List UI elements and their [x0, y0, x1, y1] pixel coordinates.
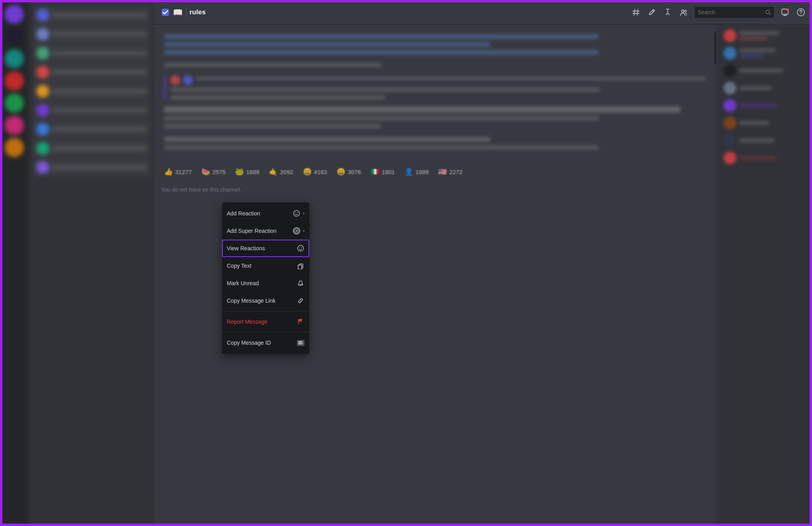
- menu-item-copy-text[interactable]: Copy Text: [222, 257, 309, 275]
- scrollbar-thumb[interactable]: [714, 33, 716, 64]
- smiley-icon: [297, 244, 304, 252]
- blurred-line: [164, 42, 490, 47]
- server-icon-1[interactable]: [5, 5, 24, 24]
- reaction-item-5: 😄 4183: [303, 167, 327, 176]
- link-icon: [297, 297, 304, 305]
- channel-text: [52, 32, 147, 36]
- menu-item-label-add-super-reaction: Add Super Reaction: [227, 228, 276, 234]
- reaction-emoji-1: 👍: [164, 167, 173, 176]
- right-text: [739, 31, 779, 35]
- right-text: [739, 138, 774, 142]
- menu-item-label-copy-message-id: Copy Message ID: [227, 340, 271, 346]
- blurred-line: [196, 77, 706, 81]
- server-icon-6[interactable]: [5, 116, 24, 135]
- reaction-count-8: 1889: [416, 169, 429, 175]
- book-icon: 📖: [173, 8, 183, 17]
- svg-rect-19: [298, 265, 302, 269]
- search-text: Search: [698, 9, 763, 15]
- menu-item-left: Add Super Reaction: [227, 228, 276, 234]
- pin-icon[interactable]: [663, 8, 672, 17]
- menu-item-label-mark-unread: Mark Unread: [227, 280, 259, 286]
- channel-avatar: [36, 161, 49, 174]
- message-block-3: [164, 75, 707, 100]
- reaction-count-7: 1801: [382, 169, 395, 175]
- id-badge: ID: [297, 340, 304, 346]
- flag-icon: [297, 318, 304, 326]
- channel-item-4[interactable]: [33, 63, 150, 81]
- reaction-item-6: 😀 3076: [337, 167, 361, 176]
- channel-item-8[interactable]: [33, 140, 150, 157]
- right-sidebar: [717, 25, 812, 526]
- channel-item-3[interactable]: [33, 44, 150, 62]
- menu-item-report-message[interactable]: Report Message: [222, 313, 309, 330]
- right-avatar: [724, 117, 736, 129]
- channel-item-6[interactable]: [33, 102, 150, 119]
- right-avatar: [724, 134, 736, 147]
- reactions-row: 👍 31277 🍉 2575 🐸 1689 🤙 2092 😄 41: [155, 164, 717, 179]
- reaction-count-2: 2575: [213, 169, 226, 175]
- server-icon-4[interactable]: [5, 71, 24, 90]
- channel-item-1[interactable]: [33, 6, 150, 24]
- right-avatar: [724, 152, 736, 164]
- menu-item-view-reactions[interactable]: View Reactions: [222, 240, 309, 257]
- svg-point-11: [295, 213, 296, 213]
- message-block-4: [164, 106, 707, 129]
- bell-icon: [297, 279, 304, 287]
- reaction-count-1: 31277: [175, 169, 192, 175]
- blurred-line: [164, 34, 599, 39]
- search-box[interactable]: Search: [695, 7, 774, 18]
- menu-item-left: View Reactions: [227, 245, 265, 251]
- edit-icon[interactable]: [647, 8, 657, 17]
- server-icon-3[interactable]: [5, 49, 24, 68]
- svg-line-5: [769, 13, 771, 15]
- blurred-line: [170, 87, 600, 92]
- right-user-5: [720, 98, 809, 113]
- scrollbar-track[interactable]: [714, 25, 717, 526]
- svg-point-12: [297, 213, 298, 213]
- blurred-line: [164, 106, 680, 113]
- channel-item-9[interactable]: [33, 159, 150, 176]
- menu-item-add-super-reaction[interactable]: Add Super Reaction ›: [222, 222, 309, 240]
- right-user-1: [720, 28, 809, 44]
- search-icon: [765, 10, 771, 15]
- channel-avatar: [36, 66, 49, 79]
- members-icon[interactable]: [679, 8, 688, 17]
- blurred-line: [164, 136, 490, 142]
- channel-text: [52, 13, 147, 17]
- blurred-line: [170, 95, 385, 100]
- svg-point-14: [296, 230, 297, 232]
- right-text: [739, 69, 783, 73]
- channel-item-7[interactable]: [33, 121, 150, 138]
- reaction-count-9: 2272: [449, 169, 462, 175]
- arrow-icon-super-reaction: ›: [303, 228, 304, 234]
- menu-item-mark-unread[interactable]: Mark Unread: [222, 275, 309, 292]
- reaction-emoji-6: 😀: [337, 167, 345, 176]
- reaction-item-9: 🇺🇸 2272: [438, 167, 462, 176]
- reaction-count-6: 3076: [348, 169, 361, 175]
- channel-text: [52, 70, 147, 74]
- menu-divider-2: [222, 332, 309, 332]
- server-icon-7[interactable]: [5, 138, 24, 157]
- channel-item-5[interactable]: [33, 83, 150, 100]
- inbox-icon[interactable]: [780, 8, 790, 17]
- menu-item-copy-message-link[interactable]: Copy Message Link: [222, 292, 309, 309]
- server-icon-5[interactable]: [5, 94, 24, 113]
- right-user-7: [720, 132, 809, 148]
- right-text: [739, 121, 769, 125]
- super-reaction-circle: [293, 227, 300, 234]
- menu-item-copy-message-id[interactable]: Copy Message ID ID: [222, 334, 309, 351]
- reaction-item-3: 🐸 1689: [235, 167, 259, 176]
- channel-text: [52, 89, 147, 93]
- menu-item-add-reaction[interactable]: Add Reaction ›: [222, 205, 309, 222]
- channel-item-2[interactable]: [33, 25, 150, 43]
- right-text-sub: [739, 54, 763, 58]
- channel-avatar: [36, 104, 49, 117]
- help-icon[interactable]: [796, 8, 806, 17]
- hashtag-icon[interactable]: [631, 8, 641, 17]
- server-icon-2[interactable]: [5, 27, 24, 46]
- menu-item-label-add-reaction: Add Reaction: [227, 210, 260, 217]
- id-icon: ID: [297, 339, 304, 347]
- chat-content: [155, 25, 717, 164]
- header-divider: [186, 8, 186, 17]
- message-block-2: [164, 63, 707, 67]
